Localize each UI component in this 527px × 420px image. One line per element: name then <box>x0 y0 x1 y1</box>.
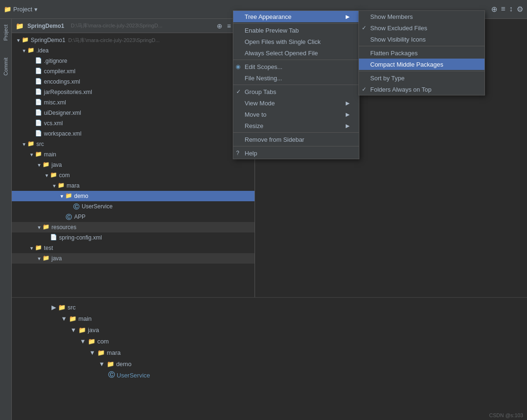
tree-spring-config[interactable]: 📄 spring-config.xml <box>12 232 255 243</box>
menu-label-folders-top: Folders Always on Top <box>370 86 432 93</box>
bottom-tree-java[interactable]: ▼ 📁 java <box>12 324 527 335</box>
menu-item-show-visibility[interactable]: Show Visibility Icons <box>359 34 484 45</box>
tree-demo-icon: 📁 <box>65 192 72 200</box>
tree-vcs-xml[interactable]: 📄 vcs.xml <box>12 118 255 129</box>
tree-com-label: com <box>59 172 70 179</box>
ide-container: 📁 Project ▼ ⊕ ≡ ↕ ⚙ Project Commit 📁 Spr… <box>0 0 527 420</box>
menu-item-remove-sidebar[interactable]: Remove from Sidebar <box>233 134 359 145</box>
tree-compiler-xml[interactable]: 📄 compiler.xml <box>12 66 255 77</box>
menu-item-single-click[interactable]: Open Files with Single Click <box>233 36 359 47</box>
tree-src-arrow: ▼ <box>21 142 27 147</box>
tree-idea-label: .idea <box>36 47 49 54</box>
tree-workspace-label: workspace.xml <box>44 130 81 137</box>
bottom-screenshot: ▶ 📁 src ▼ 📁 main ▼ 📁 java ▼ <box>12 297 527 420</box>
tree-compiler-label: compiler.xml <box>44 68 76 75</box>
header-icon-list[interactable]: ≡ <box>226 21 232 31</box>
tree-demo-label: demo <box>74 193 88 199</box>
project-name: SpringDemo1 <box>27 23 64 29</box>
tree-mara-folder[interactable]: ▼ 📁 mara <box>12 180 255 191</box>
tree-workspace-icon: 📄 <box>34 130 42 137</box>
tree-jar-repositories-xml[interactable]: 📄 jarRepositories.xml <box>12 87 255 97</box>
tree-root-path: D:\马库\mara-circle-july-2023\SpringD... <box>68 37 160 44</box>
menu-arrow-resize: ▶ <box>346 123 349 129</box>
tree-mara-arrow: ▼ <box>51 183 57 189</box>
menu-item-move-to[interactable]: Move to ▶ <box>233 109 359 120</box>
menu-label-flatten-packages: Flatten Packages <box>370 50 417 57</box>
tree-mara-icon: 📁 <box>57 182 65 189</box>
tree-userservice[interactable]: Ⓒ UserService <box>12 201 255 212</box>
tree-test-arrow: ▼ <box>29 246 34 251</box>
sidebar-tab-project[interactable]: Project <box>1 21 10 44</box>
tree-test-java-folder[interactable]: ▼ 📁 java <box>12 253 255 264</box>
toolbar-dropdown-icon[interactable]: ▼ <box>33 7 38 12</box>
tree-ui-designer-xml[interactable]: 📄 uiDesigner.xml <box>12 108 255 118</box>
menu-item-resize[interactable]: Resize ▶ <box>233 120 359 131</box>
tree-spring-label: spring-config.xml <box>59 234 102 241</box>
tree-workspace-xml[interactable]: 📄 workspace.xml <box>12 129 255 139</box>
bottom-main-label: main <box>78 315 92 322</box>
tree-root-label: SpringDemo1 <box>31 37 65 43</box>
tree-test-icon: 📁 <box>34 244 42 252</box>
menu-item-enable-preview[interactable]: Enable Preview Tab <box>233 25 359 36</box>
tree-main-folder[interactable]: ▼ 📁 main <box>12 149 255 160</box>
bottom-tree-mara[interactable]: ▼ 📁 mara <box>12 347 527 358</box>
bottom-demo-arrow: ▼ <box>99 360 105 368</box>
tree-demo-folder[interactable]: ▼ 📁 demo <box>12 191 255 201</box>
tree-root-item[interactable]: ▼ 📁 SpringDemo1 D:\马库\mara-circle-july-2… <box>12 35 255 45</box>
tree-app[interactable]: Ⓒ APP <box>12 212 255 222</box>
tree-misc-xml[interactable]: 📄 misc.xml <box>12 97 255 108</box>
toolbar-icon-sort[interactable]: ↕ <box>509 5 513 14</box>
tree-encodings-label: encodings.xml <box>44 78 80 85</box>
tree-vcs-icon: 📄 <box>34 120 42 127</box>
menu-item-show-excluded[interactable]: ✓ Show Excluded Files <box>359 22 484 34</box>
bottom-tree-userservice[interactable]: Ⓒ UserService <box>12 369 527 381</box>
tree-compiler-icon: 📄 <box>34 68 42 75</box>
toolbar-icon-crosshair[interactable]: ⊕ <box>491 5 497 14</box>
tree-java-folder[interactable]: ▼ 📁 java <box>12 160 255 170</box>
tree-app-label: APP <box>74 214 85 220</box>
tree-src-folder[interactable]: ▼ 📁 src <box>12 139 255 149</box>
menu-check-group-tabs: ✓ <box>236 88 241 95</box>
menu-sep-6 <box>359 46 484 46</box>
menu-item-show-members[interactable]: Show Members <box>359 11 484 22</box>
tree-test-java-icon: 📁 <box>42 255 50 262</box>
menu-item-always-select[interactable]: Always Select Opened File <box>233 47 359 59</box>
tree-test-folder[interactable]: ▼ 📁 test <box>12 243 255 253</box>
header-icon-crosshair[interactable]: ⊕ <box>216 21 223 31</box>
menu-item-flatten-packages[interactable]: Flatten Packages <box>359 47 484 59</box>
tree-com-folder[interactable]: ▼ 📁 com <box>12 170 255 180</box>
tree-gitignore-label: .gitignore <box>44 58 67 64</box>
sidebar-tab-commit[interactable]: Commit <box>1 54 10 79</box>
toolbar-icon-list[interactable]: ≡ <box>501 5 505 14</box>
toolbar-icon-1: 📁 <box>4 6 11 13</box>
bottom-tree-src[interactable]: ▶ 📁 src <box>12 301 527 313</box>
menu-label-enable-preview: Enable Preview Tab <box>245 27 299 34</box>
bottom-tree-com[interactable]: ▼ 📁 com <box>12 335 527 347</box>
tree-resources-folder[interactable]: ▼ 📁 resources <box>12 222 255 232</box>
menu-item-compact-middle[interactable]: Compact Middle Packages <box>359 59 484 70</box>
tree-ui-label: uiDesigner.xml <box>44 110 81 116</box>
menu-label-show-visibility: Show Visibility Icons <box>370 36 426 43</box>
menu-label-show-excluded: Show Excluded Files <box>370 25 427 32</box>
tree-mara-label: mara <box>67 182 79 189</box>
bottom-tree-demo[interactable]: ▼ 📁 demo <box>12 358 527 369</box>
menu-item-view-mode[interactable]: View Mode ▶ <box>233 97 359 109</box>
bottom-tree-main[interactable]: ▼ 📁 main <box>12 313 527 324</box>
tree-gitignore[interactable]: 📄 .gitignore <box>12 56 255 66</box>
tree-jar-icon: 📄 <box>34 88 42 96</box>
bottom-src-label: src <box>68 304 76 311</box>
tree-test-java-arrow: ▼ <box>36 256 42 261</box>
toolbar-icon-gear[interactable]: ⚙ <box>517 5 523 14</box>
menu-item-folders-top[interactable]: ✓ Folders Always on Top <box>359 84 484 95</box>
menu-item-sort-type[interactable]: Sort by Type <box>359 72 484 84</box>
tree-encodings-xml[interactable]: 📄 encodings.xml <box>12 77 255 87</box>
tree-main-arrow: ▼ <box>29 152 34 157</box>
menu-item-group-tabs[interactable]: ✓ Group Tabs <box>233 86 359 97</box>
menu-radio-edit-scopes: ◉ <box>236 63 240 70</box>
menu-item-help[interactable]: ? Help <box>233 147 359 159</box>
bottom-src-arrow: ▶ <box>51 304 56 311</box>
tree-idea-folder[interactable]: ▼ 📁 .idea <box>12 45 255 56</box>
menu-item-tree-appearance[interactable]: Tree Appearance ▶ <box>233 11 359 22</box>
menu-item-file-nesting[interactable]: File Nesting... <box>233 72 359 84</box>
menu-item-edit-scopes[interactable]: ◉ Edit Scopes... <box>233 61 359 72</box>
